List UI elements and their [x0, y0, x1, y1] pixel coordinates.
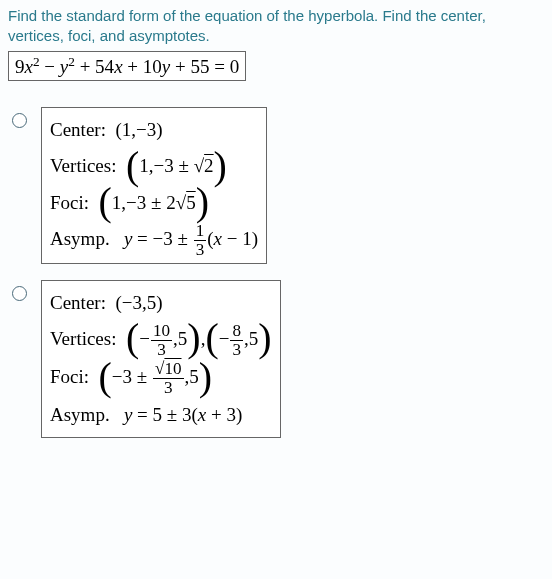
equation-box: 9x2 − y2 + 54x + 10y + 55 = 0 — [8, 51, 246, 81]
foci-value: (−3 ± √103,5) — [99, 366, 212, 387]
asymp-label: Asymp. — [50, 228, 110, 249]
vertices-value: (1,−3 ± √2) — [126, 155, 227, 176]
question-prompt: Find the standard form of the equation o… — [0, 0, 552, 49]
asymp-value: y = −3 ± 13(x − 1) — [124, 228, 258, 249]
center-value: (−3,5) — [115, 292, 162, 313]
answer-block-1: Center: (1,−3) Vertices: (1,−3 ± √2) Foc… — [41, 107, 267, 263]
foci-label: Foci: — [50, 366, 89, 387]
vertices-label: Vertices: — [50, 155, 116, 176]
foci-value: (1,−3 ± 2√5) — [99, 192, 209, 213]
prompt-line-1: Find the standard form of the equation o… — [8, 7, 486, 24]
radio-option-2[interactable] — [12, 286, 27, 301]
asymp-label: Asymp. — [50, 404, 110, 425]
prompt-line-2: vertices, foci, and asymptotes. — [8, 27, 210, 44]
vertices-label: Vertices: — [50, 328, 116, 349]
radio-option-1[interactable] — [12, 113, 27, 128]
center-label: Center: — [50, 292, 106, 313]
option-row[interactable]: Center: (1,−3) Vertices: (1,−3 ± √2) Foc… — [0, 99, 552, 271]
vertices-value: (−103,5),(−83,5) — [126, 328, 272, 349]
equation-text: 9x2 − y2 + 54x + 10y + 55 = 0 — [15, 56, 239, 77]
answer-block-2: Center: (−3,5) Vertices: (−103,5),(−83,5… — [41, 280, 281, 438]
asymp-value: y = 5 ± 3(x + 3) — [124, 404, 242, 425]
center-label: Center: — [50, 119, 106, 140]
option-row[interactable]: Center: (−3,5) Vertices: (−103,5),(−83,5… — [0, 272, 552, 446]
foci-label: Foci: — [50, 192, 89, 213]
center-value: (1,−3) — [115, 119, 162, 140]
